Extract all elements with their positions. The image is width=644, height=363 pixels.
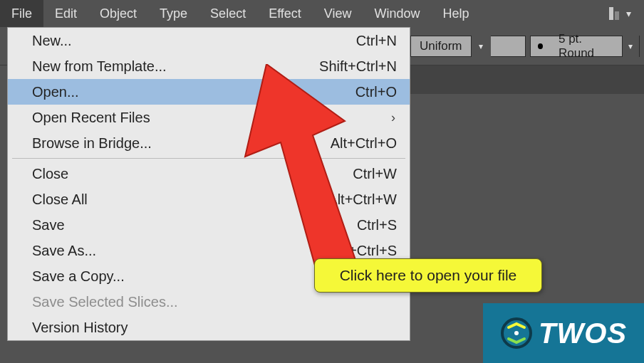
menu-item-label: New from Template... bbox=[32, 58, 167, 75]
menu-item-label: Open Recent Files bbox=[32, 110, 150, 126]
stroke-profile-label: Uniform bbox=[411, 39, 471, 53]
menu-item-save-slices: Save Selected Slices... bbox=[8, 289, 410, 315]
dot-icon bbox=[538, 43, 543, 49]
menu-help[interactable]: Help bbox=[432, 0, 481, 27]
menu-item-close-all[interactable]: Close All Alt+Ctrl+W bbox=[8, 186, 410, 212]
document-tab-bar bbox=[410, 65, 644, 94]
workspace-switcher[interactable]: ▾ bbox=[609, 7, 644, 20]
menu-item-label: Browse in Bridge... bbox=[32, 135, 152, 152]
menu-item-label: Save Selected Slices... bbox=[32, 294, 178, 310]
chevron-down-icon: ▾ bbox=[471, 36, 491, 57]
annotation-tooltip-text: Click here to open your file bbox=[340, 267, 517, 284]
menu-item-save[interactable]: Save Ctrl+S bbox=[8, 212, 410, 238]
menu-item-shortcut: Alt+Ctrl+O bbox=[331, 135, 397, 152]
menu-item-open-recent[interactable]: Open Recent Files › bbox=[8, 105, 410, 130]
menu-item-shortcut: Ctrl+O bbox=[355, 84, 397, 100]
menu-item-label: Close bbox=[32, 166, 68, 182]
menu-item-shortcut: Ctrl+W bbox=[353, 166, 397, 182]
menu-file-label: File bbox=[11, 6, 32, 21]
menu-item-shortcut: Alt+Ctrl+W bbox=[328, 191, 397, 208]
menu-item-version-history[interactable]: Version History bbox=[8, 315, 410, 340]
workspace-icon bbox=[609, 7, 619, 20]
menu-select-label: Select bbox=[210, 6, 246, 21]
menu-select[interactable]: Select bbox=[199, 0, 257, 27]
menu-item-new[interactable]: New... Ctrl+N bbox=[8, 28, 410, 53]
menu-help-label: Help bbox=[443, 6, 469, 21]
menu-effect-label: Effect bbox=[269, 6, 301, 21]
menu-object-label: Object bbox=[100, 6, 137, 21]
file-menu: New... Ctrl+N New from Template... Shift… bbox=[7, 27, 410, 341]
chevron-down-icon: ▾ bbox=[622, 36, 640, 57]
menu-item-close[interactable]: Close Ctrl+W bbox=[8, 161, 410, 186]
menu-type-label: Type bbox=[160, 6, 187, 21]
menu-item-label: New... bbox=[32, 33, 72, 49]
menu-window[interactable]: Window bbox=[363, 0, 432, 27]
menu-separator bbox=[12, 158, 405, 159]
menu-item-shortcut: Shift+Ctrl+N bbox=[319, 58, 397, 75]
menu-edit[interactable]: Edit bbox=[43, 0, 88, 27]
menu-edit-label: Edit bbox=[55, 6, 77, 21]
submenu-arrow-icon: › bbox=[391, 110, 397, 125]
menu-effect[interactable]: Effect bbox=[257, 0, 313, 27]
chevron-down-icon: ▾ bbox=[626, 8, 631, 19]
menu-item-shortcut: Shift+Ctrl+S bbox=[320, 243, 397, 259]
menu-item-new-from-template[interactable]: New from Template... Shift+Ctrl+N bbox=[8, 53, 410, 79]
menu-view-label: View bbox=[324, 6, 352, 21]
menu-item-label: Save bbox=[32, 217, 65, 233]
menu-view[interactable]: View bbox=[313, 0, 363, 27]
brand-logo-icon bbox=[500, 317, 533, 349]
menu-type[interactable]: Type bbox=[148, 0, 199, 27]
menu-item-label: Version History bbox=[32, 320, 128, 336]
menu-item-shortcut: Ctrl+S bbox=[357, 217, 397, 233]
menu-item-browse-bridge[interactable]: Browse in Bridge... Alt+Ctrl+O bbox=[8, 130, 410, 156]
menu-item-shortcut: Ctrl+N bbox=[356, 33, 397, 49]
menu-item-label: Save As... bbox=[32, 243, 96, 259]
menu-object[interactable]: Object bbox=[88, 0, 148, 27]
menu-item-label: Close All bbox=[32, 191, 88, 208]
brush-label: 5 pt. Round bbox=[550, 32, 622, 60]
menu-window-label: Window bbox=[375, 6, 420, 21]
menu-item-label: Save a Copy... bbox=[32, 268, 125, 285]
menu-file[interactable]: File bbox=[0, 0, 43, 27]
stroke-profile-dropdown[interactable]: Uniform ▾ bbox=[410, 36, 526, 57]
brand-text: TWOS bbox=[539, 317, 627, 349]
menu-bar: File Edit Object Type Select Effect View… bbox=[0, 0, 644, 27]
menu-item-open[interactable]: Open... Ctrl+O bbox=[8, 79, 410, 105]
brush-dropdown[interactable]: 5 pt. Round ▾ bbox=[530, 36, 640, 57]
brand-badge: TWOS bbox=[483, 303, 644, 363]
menu-item-label: Open... bbox=[32, 84, 79, 100]
annotation-tooltip: Click here to open your file bbox=[314, 258, 542, 293]
svg-point-2 bbox=[514, 331, 519, 335]
